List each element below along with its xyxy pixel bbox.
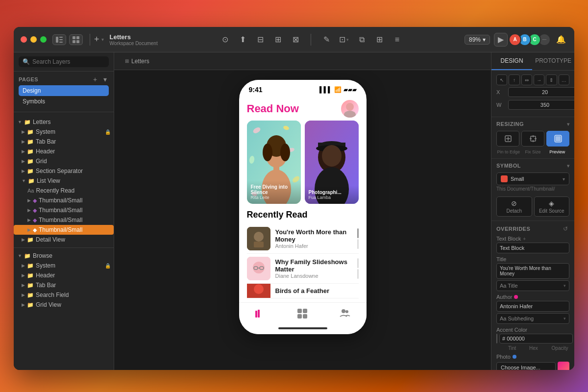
page-design[interactable]: Design: [19, 85, 109, 96]
layer-recently-read[interactable]: Aa Recently Read: [14, 186, 114, 196]
title-style-value: Aa Title: [500, 283, 518, 289]
pencil-icon[interactable]: ✎: [320, 33, 333, 46]
detach-button[interactable]: ⊘ Detach: [496, 196, 532, 217]
crop-icon[interactable]: ⊡▾: [338, 33, 350, 46]
layer-thumb-3[interactable]: ▶ ◆ Thumbnail/Small: [14, 215, 114, 225]
layer-tabbar-1[interactable]: ▶ 📁 Tab Bar: [14, 137, 114, 147]
svg-point-8: [346, 103, 354, 111]
align-top-center-button[interactable]: ↑: [509, 74, 519, 85]
tab-prototype[interactable]: PROTOTYPE: [532, 52, 574, 70]
upload-icon[interactable]: ⬆: [236, 33, 249, 46]
layer-searchfield[interactable]: ▶ 📁 Search Field: [14, 290, 114, 300]
flip-button[interactable]: ⇕: [546, 74, 557, 85]
x-input[interactable]: [508, 87, 574, 97]
search-icon: 🔍: [23, 58, 30, 65]
more-options-button[interactable]: …: [559, 74, 569, 85]
zoom-selector[interactable]: 89% ▾: [465, 35, 490, 45]
layer-header-2[interactable]: ▶ 📁 Header: [14, 270, 114, 280]
book-list-item-3[interactable]: Birds of a Feather: [247, 284, 359, 298]
layer-separator[interactable]: ▶ 📁 Section Separator: [14, 166, 114, 176]
canvas-viewport[interactable]: 9:41 ▌▌▌ 📶 ▰▰▰ Read Now: [114, 70, 491, 370]
layer-tabbar-2[interactable]: ▶ 📁 Tab Bar: [14, 280, 114, 290]
symbol-row[interactable]: Small ▾: [496, 172, 569, 185]
layer-listview[interactable]: ▼ 📁 List View: [14, 176, 114, 186]
phone-tab-library[interactable]: [253, 307, 267, 320]
symbol-icon: ◆: [33, 217, 37, 223]
add-override-icon[interactable]: +: [523, 236, 526, 242]
svg-rect-43: [297, 309, 302, 313]
book-card-2[interactable]: Photographi... Fua Lamba: [305, 121, 359, 204]
pin-to-edge-button[interactable]: [496, 131, 519, 147]
author-input[interactable]: Antonin Hafer: [496, 301, 569, 312]
book-thumb-2: [247, 257, 270, 280]
book-info-1: You're Worth More than Money Antonin Haf…: [275, 228, 352, 249]
canvas-area: ⊞ Letters 9:41 ▌▌▌ 📶 ▰▰▰: [114, 52, 491, 370]
fix-size-button[interactable]: [521, 131, 544, 147]
preview-button[interactable]: [546, 131, 569, 147]
layer-letters[interactable]: ▼ 📁 Letters: [14, 117, 114, 127]
folder-icon: 📁: [27, 263, 34, 269]
page-symbols[interactable]: Symbols: [19, 96, 109, 107]
author-label: Author: [496, 294, 512, 300]
add-button-group[interactable]: + ▾: [94, 34, 104, 45]
layer-system-2[interactable]: ▶ 📁 System 🔒: [14, 261, 114, 270]
book-list-item-2[interactable]: Why Family Slideshows Matter Diane Lansd…: [247, 254, 359, 284]
sidebar-toggle-button[interactable]: [52, 34, 66, 45]
layout-icon[interactable]: ⊠: [289, 33, 302, 46]
title-label-row: Title: [496, 256, 569, 262]
copy-icon[interactable]: ⧉: [355, 33, 368, 46]
reset-overrides-button[interactable]: ↺: [562, 225, 569, 233]
layer-detailview[interactable]: ▶ 📁 Detail View: [14, 235, 114, 245]
author-style-dropdown[interactable]: Aa Subheding ▾: [496, 313, 569, 324]
layer-thumb-1[interactable]: ▶ ◆ Thumbnail/Small: [14, 196, 114, 205]
phone-tab-people[interactable]: [338, 307, 352, 320]
chevron-icon: ▶: [27, 218, 31, 222]
layer-browse[interactable]: ▼ 📁 Browse: [14, 251, 114, 261]
user-avatar[interactable]: [341, 100, 359, 118]
layer-gridview[interactable]: ▶ 📁 Grid View: [14, 300, 114, 310]
w-input[interactable]: [508, 100, 574, 110]
canvas-tab-letters[interactable]: ⊞ Letters: [120, 55, 154, 67]
layer-system-1[interactable]: ▶ 📁 System 🔒: [14, 127, 114, 137]
choose-image-button[interactable]: Choose Image...: [496, 362, 556, 370]
accent-label: Accent Color: [496, 327, 527, 333]
layer-grid[interactable]: ▶ 📁 Grid: [14, 156, 114, 166]
close-button[interactable]: [21, 36, 27, 43]
canvas-tab-bar: ⊞ Letters: [114, 52, 491, 70]
frame-icon[interactable]: ⊞: [271, 33, 284, 46]
zoom-button[interactable]: [40, 36, 47, 43]
phone-tab-grid[interactable]: [295, 307, 309, 320]
text-block-input[interactable]: Text Block: [496, 243, 569, 253]
distribute-icon[interactable]: ⊞: [373, 33, 386, 46]
layer-thumb-4[interactable]: ▶ ◆ Thumbnail/Small: [14, 225, 114, 235]
layer-thumb-2[interactable]: ▶ ◆ Thumbnail/Small: [14, 205, 114, 215]
notification-button[interactable]: 🔔: [555, 33, 567, 46]
search-input[interactable]: [32, 58, 105, 65]
divider: [90, 34, 90, 46]
edit-source-button[interactable]: ◈ Edit Source: [534, 196, 570, 217]
add-page-button[interactable]: +: [91, 75, 99, 83]
play-button[interactable]: ▶: [494, 33, 508, 47]
grid-view-button[interactable]: [69, 34, 83, 45]
layer-searchfield-label: Search Field: [36, 292, 69, 298]
title-style-dropdown[interactable]: Aa Title ▾: [496, 280, 569, 291]
layer-header-1[interactable]: ▶ 📁 Header: [14, 147, 114, 156]
pages-chevron-icon[interactable]: ▾: [101, 75, 109, 83]
plus-icon[interactable]: +: [94, 34, 99, 45]
shield-icon[interactable]: ⊙: [219, 33, 231, 46]
filter-icon[interactable]: ⊟: [254, 33, 267, 46]
book-list-item-1[interactable]: You're Worth More than Money Antonin Haf…: [247, 224, 359, 254]
align-top-left-button[interactable]: ↖: [496, 74, 507, 85]
book-card-1[interactable]: Free Diving into Silence Rita Leite: [247, 121, 301, 204]
accent-hex-input[interactable]: [499, 334, 573, 343]
tab-design[interactable]: DESIGN: [491, 52, 532, 70]
minimize-button[interactable]: [30, 36, 37, 43]
title-input[interactable]: You're Worth More than Money: [496, 263, 569, 279]
photo-label: Photo: [496, 354, 511, 360]
search-wrapper[interactable]: 🔍: [19, 56, 109, 67]
align-right-button[interactable]: →: [534, 74, 544, 85]
align-icon[interactable]: ≡: [391, 33, 403, 46]
distribute-h-button[interactable]: ⇔: [521, 74, 532, 85]
accent-swatch[interactable]: [496, 334, 497, 343]
accent-row: [496, 334, 569, 343]
